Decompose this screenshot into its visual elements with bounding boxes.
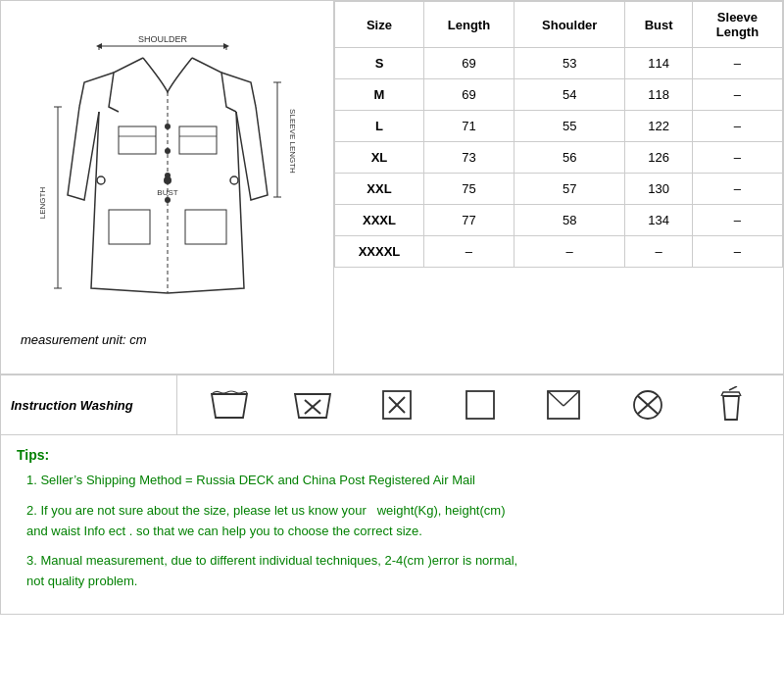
jacket-diagram: SHOULDER	[30, 28, 305, 323]
svg-point-26	[230, 176, 238, 184]
table-row: L7155122–	[335, 111, 783, 142]
svg-rect-10	[185, 210, 226, 244]
svg-point-25	[97, 176, 105, 184]
no-wash-icon	[288, 383, 337, 426]
svg-rect-32	[466, 391, 494, 419]
svg-line-34	[548, 391, 564, 406]
tips-item-2: 2. If you are not sure about the size, p…	[17, 501, 767, 542]
washing-label: Instruction Washing	[1, 375, 177, 434]
table-body: S6953114– M6954118– L7155122– XL7356126–…	[335, 48, 783, 268]
table-row: XXXL7758134–	[335, 205, 783, 236]
col-length: Length	[423, 2, 514, 48]
table-row: XXL7557130–	[335, 174, 783, 205]
square-icon	[456, 383, 505, 426]
svg-rect-6	[179, 126, 217, 154]
col-bust: Bust	[625, 2, 692, 48]
col-shoulder: Shoulder	[514, 2, 625, 48]
table-section: Size Length Shoulder Bust SleeveLength S…	[334, 1, 783, 374]
tumble-dry-icon	[707, 383, 756, 426]
svg-point-11	[165, 124, 171, 129]
washing-section: Instruction Washing	[1, 375, 783, 435]
table-header: Size Length Shoulder Bust SleeveLength	[335, 2, 783, 48]
dry-clean-icon	[372, 383, 421, 426]
table-row: S6953114–	[335, 48, 783, 79]
wash-basin-icon	[205, 383, 254, 426]
svg-point-23	[164, 176, 172, 184]
svg-line-39	[729, 386, 737, 390]
col-size: Size	[335, 2, 424, 48]
tips-title: Tips:	[17, 447, 767, 463]
diagram-section: SHOULDER	[1, 1, 334, 374]
svg-point-12	[165, 148, 171, 154]
tips-section: Tips: 1. Seller’s Shipping Method = Russ…	[1, 435, 783, 614]
tips-item-1: 1. Seller’s Shipping Method = Russia DEC…	[17, 471, 767, 491]
svg-text:SHOULDER: SHOULDER	[137, 34, 187, 44]
size-table: Size Length Shoulder Bust SleeveLength S…	[334, 1, 783, 268]
top-section: SHOULDER	[1, 1, 783, 375]
svg-text:LENGTH: LENGTH	[38, 186, 47, 219]
washing-icons	[177, 375, 783, 434]
svg-rect-9	[109, 210, 150, 244]
table-row: XXXXL––––	[335, 236, 783, 268]
iron-icon	[539, 383, 588, 426]
table-row: XL7356126–	[335, 142, 783, 174]
no-bleach-icon	[623, 383, 672, 426]
measurement-unit: measurement unit: cm	[11, 332, 147, 347]
svg-line-35	[564, 391, 579, 406]
col-sleeve: SleeveLength	[692, 2, 782, 48]
svg-point-14	[165, 197, 171, 203]
table-row: M6954118–	[335, 79, 783, 111]
main-container: SHOULDER	[0, 0, 784, 615]
svg-text:BUST: BUST	[157, 188, 177, 197]
svg-text:SLEEVE LENGTH: SLEEVE LENGTH	[288, 109, 297, 174]
tips-item-3: 3. Manual measurement, due to different …	[17, 551, 767, 592]
svg-rect-5	[119, 126, 156, 154]
